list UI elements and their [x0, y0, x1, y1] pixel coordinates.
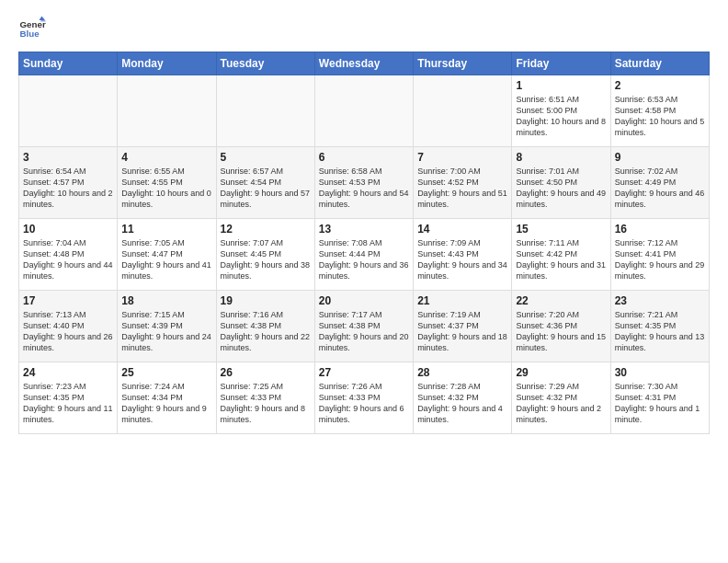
day-cell: 17Sunrise: 7:13 AM Sunset: 4:40 PM Dayli… — [19, 291, 118, 362]
week-row-5: 24Sunrise: 7:23 AM Sunset: 4:35 PM Dayli… — [19, 362, 710, 434]
day-info: Sunrise: 7:17 AM Sunset: 4:38 PM Dayligh… — [319, 309, 409, 354]
day-cell: 3Sunrise: 6:54 AM Sunset: 4:57 PM Daylig… — [19, 147, 118, 219]
day-number: 21 — [417, 294, 507, 307]
day-info: Sunrise: 7:09 AM Sunset: 4:43 PM Dayligh… — [417, 237, 507, 282]
day-number: 9 — [615, 151, 705, 164]
header: General Blue — [18, 15, 710, 42]
day-info: Sunrise: 7:30 AM Sunset: 4:31 PM Dayligh… — [615, 381, 705, 426]
day-info: Sunrise: 7:12 AM Sunset: 4:41 PM Dayligh… — [615, 237, 705, 282]
day-cell: 15Sunrise: 7:11 AM Sunset: 4:42 PM Dayli… — [512, 219, 610, 291]
day-number: 29 — [516, 366, 606, 379]
day-info: Sunrise: 7:20 AM Sunset: 4:36 PM Dayligh… — [516, 309, 606, 354]
week-row-2: 3Sunrise: 6:54 AM Sunset: 4:57 PM Daylig… — [19, 147, 710, 219]
day-cell — [414, 75, 512, 147]
day-number: 7 — [417, 151, 507, 164]
day-info: Sunrise: 6:58 AM Sunset: 4:53 PM Dayligh… — [319, 166, 409, 211]
day-cell: 21Sunrise: 7:19 AM Sunset: 4:37 PM Dayli… — [414, 291, 512, 362]
day-number: 16 — [615, 223, 705, 236]
day-number: 2 — [615, 79, 705, 92]
day-number: 15 — [516, 223, 606, 236]
week-row-1: 1Sunrise: 6:51 AM Sunset: 5:00 PM Daylig… — [19, 75, 710, 147]
day-cell — [19, 75, 118, 147]
day-number: 14 — [417, 223, 507, 236]
header-cell-thursday: Thursday — [414, 52, 512, 75]
day-number: 8 — [516, 151, 606, 164]
day-info: Sunrise: 6:55 AM Sunset: 4:55 PM Dayligh… — [121, 166, 211, 211]
day-cell: 6Sunrise: 6:58 AM Sunset: 4:53 PM Daylig… — [314, 147, 413, 219]
day-cell: 29Sunrise: 7:29 AM Sunset: 4:32 PM Dayli… — [512, 362, 610, 434]
day-number: 28 — [417, 366, 507, 379]
day-info: Sunrise: 7:00 AM Sunset: 4:52 PM Dayligh… — [417, 166, 507, 211]
day-number: 18 — [121, 294, 211, 307]
day-info: Sunrise: 7:05 AM Sunset: 4:47 PM Dayligh… — [121, 237, 211, 282]
day-info: Sunrise: 6:57 AM Sunset: 4:54 PM Dayligh… — [221, 166, 311, 211]
day-cell — [216, 75, 314, 147]
day-info: Sunrise: 7:25 AM Sunset: 4:33 PM Dayligh… — [221, 381, 311, 426]
calendar-table: SundayMondayTuesdayWednesdayThursdayFrid… — [18, 52, 710, 434]
day-number: 19 — [221, 294, 311, 307]
day-cell: 28Sunrise: 7:28 AM Sunset: 4:32 PM Dayli… — [414, 362, 512, 434]
day-info: Sunrise: 7:19 AM Sunset: 4:37 PM Dayligh… — [417, 309, 507, 354]
day-info: Sunrise: 7:04 AM Sunset: 4:48 PM Dayligh… — [23, 237, 113, 282]
day-info: Sunrise: 7:01 AM Sunset: 4:50 PM Dayligh… — [516, 166, 606, 211]
day-info: Sunrise: 7:13 AM Sunset: 4:40 PM Dayligh… — [23, 309, 113, 354]
day-number: 10 — [23, 223, 113, 236]
header-cell-saturday: Saturday — [610, 52, 709, 75]
day-number: 1 — [516, 79, 606, 92]
page-container: General Blue SundayMondayTuesdayWednesda… — [0, 0, 728, 443]
calendar-header: SundayMondayTuesdayWednesdayThursdayFrid… — [19, 52, 710, 75]
day-cell: 14Sunrise: 7:09 AM Sunset: 4:43 PM Dayli… — [414, 219, 512, 291]
header-cell-monday: Monday — [118, 52, 216, 75]
day-cell: 4Sunrise: 6:55 AM Sunset: 4:55 PM Daylig… — [118, 147, 216, 219]
day-number: 20 — [319, 294, 409, 307]
svg-text:Blue: Blue — [20, 29, 40, 39]
header-cell-friday: Friday — [512, 52, 610, 75]
day-number: 22 — [516, 294, 606, 307]
day-cell: 10Sunrise: 7:04 AM Sunset: 4:48 PM Dayli… — [19, 219, 118, 291]
day-cell: 16Sunrise: 7:12 AM Sunset: 4:41 PM Dayli… — [610, 219, 709, 291]
day-info: Sunrise: 6:54 AM Sunset: 4:57 PM Dayligh… — [23, 166, 113, 211]
day-cell: 25Sunrise: 7:24 AM Sunset: 4:34 PM Dayli… — [118, 362, 216, 434]
day-cell: 8Sunrise: 7:01 AM Sunset: 4:50 PM Daylig… — [512, 147, 610, 219]
day-number: 30 — [615, 366, 705, 379]
day-cell: 27Sunrise: 7:26 AM Sunset: 4:33 PM Dayli… — [314, 362, 413, 434]
day-info: Sunrise: 7:21 AM Sunset: 4:35 PM Dayligh… — [615, 309, 705, 354]
day-info: Sunrise: 7:28 AM Sunset: 4:32 PM Dayligh… — [417, 381, 507, 426]
day-number: 13 — [319, 223, 409, 236]
day-number: 3 — [23, 151, 113, 164]
day-cell: 26Sunrise: 7:25 AM Sunset: 4:33 PM Dayli… — [216, 362, 314, 434]
day-cell: 9Sunrise: 7:02 AM Sunset: 4:49 PM Daylig… — [610, 147, 709, 219]
day-cell — [314, 75, 413, 147]
day-number: 25 — [121, 366, 211, 379]
day-cell: 24Sunrise: 7:23 AM Sunset: 4:35 PM Dayli… — [19, 362, 118, 434]
day-cell: 30Sunrise: 7:30 AM Sunset: 4:31 PM Dayli… — [610, 362, 709, 434]
day-number: 11 — [121, 223, 211, 236]
day-number: 24 — [23, 366, 113, 379]
day-number: 5 — [221, 151, 311, 164]
day-number: 4 — [121, 151, 211, 164]
day-info: Sunrise: 7:08 AM Sunset: 4:44 PM Dayligh… — [319, 237, 409, 282]
day-number: 27 — [319, 366, 409, 379]
day-cell: 7Sunrise: 7:00 AM Sunset: 4:52 PM Daylig… — [414, 147, 512, 219]
day-number: 12 — [221, 223, 311, 236]
day-info: Sunrise: 6:53 AM Sunset: 4:58 PM Dayligh… — [615, 94, 705, 139]
day-number: 26 — [221, 366, 311, 379]
day-cell — [118, 75, 216, 147]
day-cell: 22Sunrise: 7:20 AM Sunset: 4:36 PM Dayli… — [512, 291, 610, 362]
header-cell-tuesday: Tuesday — [216, 52, 314, 75]
day-cell: 20Sunrise: 7:17 AM Sunset: 4:38 PM Dayli… — [314, 291, 413, 362]
logo-icon: General Blue — [18, 15, 46, 42]
day-cell: 12Sunrise: 7:07 AM Sunset: 4:45 PM Dayli… — [216, 219, 314, 291]
week-row-4: 17Sunrise: 7:13 AM Sunset: 4:40 PM Dayli… — [19, 291, 710, 362]
day-cell: 11Sunrise: 7:05 AM Sunset: 4:47 PM Dayli… — [118, 219, 216, 291]
calendar-body: 1Sunrise: 6:51 AM Sunset: 5:00 PM Daylig… — [19, 75, 710, 434]
day-info: Sunrise: 6:51 AM Sunset: 5:00 PM Dayligh… — [516, 94, 606, 139]
logo: General Blue — [18, 15, 51, 42]
day-cell: 1Sunrise: 6:51 AM Sunset: 5:00 PM Daylig… — [512, 75, 610, 147]
header-row: SundayMondayTuesdayWednesdayThursdayFrid… — [19, 52, 710, 75]
day-cell: 13Sunrise: 7:08 AM Sunset: 4:44 PM Dayli… — [314, 219, 413, 291]
day-info: Sunrise: 7:16 AM Sunset: 4:38 PM Dayligh… — [221, 309, 311, 354]
day-info: Sunrise: 7:26 AM Sunset: 4:33 PM Dayligh… — [319, 381, 409, 426]
day-info: Sunrise: 7:24 AM Sunset: 4:34 PM Dayligh… — [121, 381, 211, 426]
day-info: Sunrise: 7:23 AM Sunset: 4:35 PM Dayligh… — [23, 381, 113, 426]
